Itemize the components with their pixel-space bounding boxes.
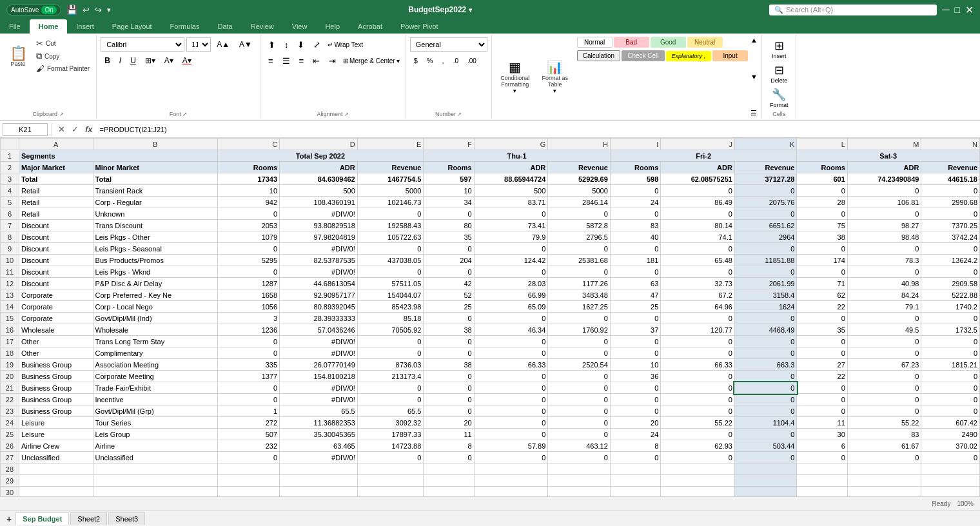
- col-header-m[interactable]: M: [847, 139, 921, 150]
- cell-15-3[interactable]: 28.39333333: [280, 313, 358, 324]
- cell-8-3[interactable]: 97.98204819: [280, 231, 358, 243]
- cell-17-13[interactable]: 0: [921, 336, 980, 347]
- cell-15-5[interactable]: 0: [424, 313, 474, 324]
- cell-27-5[interactable]: 0: [424, 452, 474, 463]
- cell-26-3[interactable]: 63.465: [280, 440, 358, 452]
- cell-4-1[interactable]: Transient Rack: [93, 185, 217, 197]
- cell-24-3[interactable]: 11.36882353: [280, 417, 358, 429]
- decrease-indent-button[interactable]: ⇤: [309, 54, 324, 68]
- cell-2-6[interactable]: ADR: [474, 162, 548, 173]
- cell-17-7[interactable]: 0: [548, 336, 611, 347]
- cell-13-7[interactable]: 3483.48: [548, 289, 611, 301]
- cell-13-13[interactable]: 5222.88: [921, 289, 980, 301]
- cell-29-2[interactable]: [217, 475, 280, 487]
- cell-10-10[interactable]: 11851.88: [734, 255, 797, 266]
- tab-review[interactable]: Review: [242, 19, 283, 34]
- cell-10-13[interactable]: 13624.2: [921, 255, 980, 266]
- cell-5-13[interactable]: 2990.68: [921, 197, 980, 208]
- cell-9-12[interactable]: 0: [847, 243, 921, 255]
- cell-8-7[interactable]: 2796.5: [548, 231, 611, 243]
- col-header-d[interactable]: D: [280, 139, 358, 150]
- cell-9-9[interactable]: 0: [661, 243, 735, 255]
- cell-29-5[interactable]: [424, 475, 474, 487]
- cell-23-13[interactable]: 0: [921, 405, 980, 417]
- cell-12-12[interactable]: 40.98: [847, 278, 921, 289]
- cut-button[interactable]: ✂ Cut: [34, 37, 92, 50]
- cell-26-10[interactable]: 503.44: [734, 440, 797, 452]
- cell-5-9[interactable]: 86.49: [661, 197, 735, 208]
- cell-11-7[interactable]: 0: [548, 266, 611, 278]
- cell-18-3[interactable]: #DIV/0!: [280, 347, 358, 359]
- cell-27-11[interactable]: 0: [797, 452, 847, 463]
- cell-8-2[interactable]: 1079: [217, 231, 280, 243]
- cell-23-7[interactable]: 0: [548, 405, 611, 417]
- fill-color-button[interactable]: A▾: [161, 54, 177, 68]
- cell-2-8[interactable]: Rooms: [610, 162, 660, 173]
- cell-8-13[interactable]: 3742.24: [921, 231, 980, 243]
- cell-14-13[interactable]: 1740.2: [921, 301, 980, 313]
- cell-24-13[interactable]: 607.42: [921, 417, 980, 429]
- cell-21-12[interactable]: 0: [847, 382, 921, 394]
- cell-5-10[interactable]: 2075.76: [734, 197, 797, 208]
- cell-7-13[interactable]: 7370.25: [921, 220, 980, 231]
- cell-12-3[interactable]: 44.68613054: [280, 278, 358, 289]
- cell-28-11[interactable]: [797, 463, 847, 475]
- increase-font-button[interactable]: A▲: [213, 37, 233, 52]
- cell-16-10[interactable]: 4468.49: [734, 324, 797, 336]
- cell-13-3[interactable]: 92.90957177: [280, 289, 358, 301]
- cell-29-4[interactable]: [357, 475, 424, 487]
- cell-24-0[interactable]: Leisure: [19, 417, 93, 429]
- cell-12-6[interactable]: 28.03: [474, 278, 548, 289]
- cell-17-1[interactable]: Trans Long Term Stay: [93, 336, 217, 347]
- cell-24-10[interactable]: 1104.4: [734, 417, 797, 429]
- cell-27-0[interactable]: Unclassified: [19, 452, 93, 463]
- cell-5-3[interactable]: 108.4360191: [280, 197, 358, 208]
- cell-4-0[interactable]: Retail: [19, 185, 93, 197]
- cell-11-10[interactable]: 0: [734, 266, 797, 278]
- cell-7-7[interactable]: 5872.8: [548, 220, 611, 231]
- tab-acrobat[interactable]: Acrobat: [349, 19, 391, 34]
- cell-18-9[interactable]: 0: [661, 347, 735, 359]
- row-num-23[interactable]: 23: [1, 405, 19, 417]
- cell-2-3[interactable]: ADR: [280, 162, 358, 173]
- cell-26-1[interactable]: Airline: [93, 440, 217, 452]
- align-right-button[interactable]: ≡: [295, 54, 308, 68]
- cell-15-6[interactable]: 0: [474, 313, 548, 324]
- cell-3-13[interactable]: 44615.18: [921, 173, 980, 185]
- cell-24-5[interactable]: 20: [424, 417, 474, 429]
- align-left-button[interactable]: ≡: [264, 54, 277, 68]
- cell-6-12[interactable]: 0: [847, 208, 921, 220]
- add-sheet-button[interactable]: +: [3, 512, 15, 526]
- cell-5-0[interactable]: Retail: [19, 197, 93, 208]
- cell-10-7[interactable]: 25381.68: [548, 255, 611, 266]
- cell-15-0[interactable]: Corporate: [19, 313, 93, 324]
- row-num-5[interactable]: 5: [1, 197, 19, 208]
- dollar-button[interactable]: $: [410, 54, 422, 68]
- cell-25-6[interactable]: 0: [474, 429, 548, 440]
- tab-view[interactable]: View: [283, 19, 317, 34]
- cell-4-12[interactable]: 0: [847, 185, 921, 197]
- cell-12-1[interactable]: P&P Disc & Air Delay: [93, 278, 217, 289]
- cell-8-4[interactable]: 105722.63: [357, 231, 424, 243]
- cell-23-8[interactable]: 0: [610, 405, 660, 417]
- cell-28-8[interactable]: [610, 463, 660, 475]
- cell-28-5[interactable]: [424, 463, 474, 475]
- cell-16-11[interactable]: 35: [797, 324, 847, 336]
- cell-1-a[interactable]: Segments: [19, 150, 217, 162]
- delete-button[interactable]: ⊟ Delete: [767, 62, 791, 85]
- cell-18-5[interactable]: 0: [424, 347, 474, 359]
- cell-8-6[interactable]: 79.9: [474, 231, 548, 243]
- cell-14-9[interactable]: 64.96: [661, 301, 735, 313]
- cell-16-7[interactable]: 1760.92: [548, 324, 611, 336]
- cell-22-13[interactable]: 0: [921, 394, 980, 405]
- cell-3-12[interactable]: 74.23490849: [847, 173, 921, 185]
- cell-2-0[interactable]: Major Market: [19, 162, 93, 173]
- cell-1-l[interactable]: Sat-3: [797, 150, 980, 162]
- cell-27-6[interactable]: 0: [474, 452, 548, 463]
- cell-17-12[interactable]: 0: [847, 336, 921, 347]
- cell-12-9[interactable]: 32.73: [661, 278, 735, 289]
- cell-7-3[interactable]: 93.80829518: [280, 220, 358, 231]
- format-painter-button[interactable]: 🖌 Format Painter: [34, 63, 92, 75]
- cell-13-10[interactable]: 3158.4: [734, 289, 797, 301]
- cell-4-10[interactable]: 0: [734, 185, 797, 197]
